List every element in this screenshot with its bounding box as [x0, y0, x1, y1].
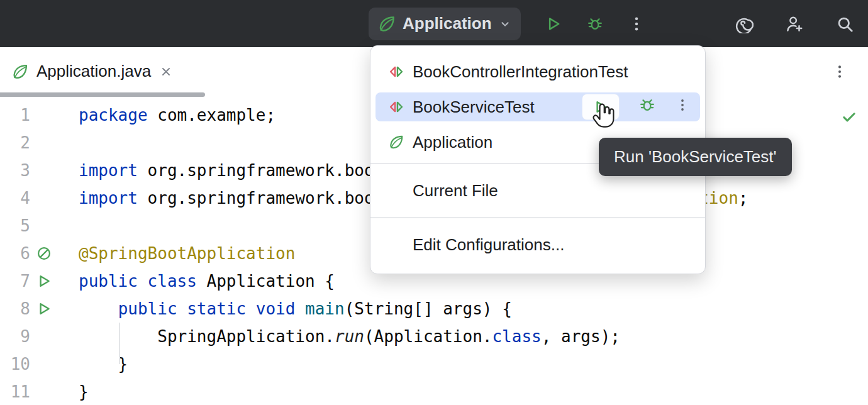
spring-boot-icon	[388, 134, 404, 150]
run-gutter-icon[interactable]	[36, 301, 52, 317]
code-line[interactable]: }	[58, 378, 89, 405]
ai-assistant-button[interactable]	[735, 14, 754, 33]
chevron-down-icon	[498, 17, 512, 31]
test-config-icon	[388, 64, 404, 80]
code-line[interactable]: public static void main(String[] args) {	[58, 295, 512, 323]
editor-line: 11}	[0, 378, 868, 405]
code-line[interactable]	[58, 129, 79, 157]
gutter	[30, 212, 58, 240]
popup-item[interactable]: BookServiceTest	[376, 92, 700, 121]
line-number: 4	[0, 184, 30, 212]
debug-icon	[638, 96, 656, 114]
popup-item[interactable]: BookControllerIntegrationTest	[370, 57, 705, 86]
line-number: 5	[0, 212, 30, 240]
kebab-icon	[675, 97, 690, 113]
line-number: 11	[0, 378, 30, 405]
gutter	[30, 378, 58, 405]
tab-close-icon[interactable]	[159, 64, 174, 79]
line-number: 7	[0, 267, 30, 295]
inspection-ok-icon	[840, 108, 858, 126]
editor-line: 9 SpringApplication.run(Application.clas…	[0, 323, 868, 350]
row-run-button[interactable]	[582, 94, 620, 120]
run-tooltip-text: Run 'BookServiceTest'	[614, 147, 777, 166]
spring-boot-icon	[377, 14, 396, 33]
test-config-icon	[388, 99, 404, 115]
spring-bean-gutter-icon[interactable]	[36, 245, 52, 262]
gutter	[30, 323, 58, 350]
line-number: 10	[0, 350, 30, 378]
debug-icon	[586, 15, 604, 33]
run-button[interactable]	[545, 15, 562, 33]
add-user-icon	[785, 14, 804, 33]
toolbar-run-group: Application	[369, 0, 645, 47]
popup-item-icon-slot	[388, 182, 404, 199]
gutter	[30, 101, 58, 129]
kebab-icon	[832, 64, 848, 80]
line-number: 3	[0, 157, 30, 184]
tabs-scrollbar[interactable]	[0, 92, 205, 97]
editor-line: 10 }	[0, 350, 868, 378]
more-actions-button[interactable]	[628, 15, 645, 33]
popup-item[interactable]: Current File	[370, 170, 705, 211]
popup-item-label: BookServiceTest	[413, 97, 535, 117]
code-line[interactable]: package com.example;	[58, 101, 275, 129]
run-config-selector[interactable]: Application	[369, 8, 521, 40]
gutter	[30, 295, 58, 323]
debug-button[interactable]	[586, 15, 604, 33]
search-button[interactable]	[835, 14, 854, 33]
spring-boot-file-icon	[11, 63, 29, 80]
line-number: 8	[0, 295, 30, 323]
tab-application-java[interactable]: Application.java	[11, 47, 174, 96]
popup-item-icon-slot	[388, 134, 404, 150]
indent-guide	[119, 323, 120, 364]
popup-item-actions	[582, 94, 693, 120]
popup-item-label: Application	[413, 133, 492, 152]
line-number: 2	[0, 129, 30, 157]
line-number: 1	[0, 101, 30, 129]
popup-item[interactable]: Edit Configurations...	[370, 225, 705, 265]
row-debug-button[interactable]	[638, 96, 656, 118]
gutter	[30, 350, 58, 378]
code-line[interactable]: @SpringBootApplication	[58, 240, 295, 267]
popup-item-icon-slot	[388, 236, 404, 253]
ide-window: Application	[0, 0, 868, 405]
popup-item-icon-slot	[388, 99, 404, 115]
popup-item-label: Current File	[413, 181, 498, 201]
run-icon	[545, 15, 562, 33]
toolbar-right-group	[735, 0, 854, 47]
run-icon	[593, 99, 609, 115]
ai-assistant-icon	[735, 14, 754, 33]
code-line[interactable]: public class Application {	[58, 267, 335, 295]
line-number: 6	[0, 240, 30, 267]
gutter	[30, 240, 58, 267]
popup-item-icon-slot	[388, 64, 404, 80]
code-line[interactable]	[58, 212, 79, 240]
gutter	[30, 129, 58, 157]
run-config-label: Application	[403, 14, 492, 33]
kebab-icon	[628, 15, 645, 33]
popup-separator	[370, 217, 705, 218]
gutter	[30, 267, 58, 295]
row-more-button[interactable]	[675, 97, 690, 117]
tab-label: Application.java	[36, 62, 151, 81]
main-toolbar: Application	[0, 0, 868, 47]
line-number: 9	[0, 323, 30, 350]
code-line[interactable]: SpringApplication.run(Application.class,…	[58, 323, 620, 350]
search-icon	[835, 14, 854, 33]
editor-line: 8 public static void main(String[] args)…	[0, 295, 868, 323]
gutter	[30, 157, 58, 184]
run-gutter-icon[interactable]	[36, 273, 52, 289]
popup-item-label: BookControllerIntegrationTest	[413, 62, 628, 82]
gutter	[30, 184, 58, 212]
code-line[interactable]: }	[58, 350, 128, 378]
add-user-button[interactable]	[785, 14, 804, 33]
popup-item-label: Edit Configurations...	[413, 235, 564, 255]
editor-options-button[interactable]	[828, 47, 852, 96]
run-tooltip: Run 'BookServiceTest'	[599, 138, 792, 176]
